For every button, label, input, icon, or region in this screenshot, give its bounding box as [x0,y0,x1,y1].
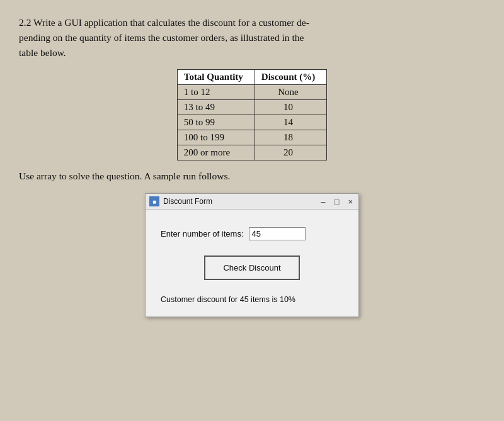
button-row: Check Discount [161,255,343,280]
check-discount-button[interactable]: Check Discount [204,255,299,280]
input-row: Enter number of items: [161,227,343,240]
table-header-quantity: Total Quantity [177,70,255,85]
table-header-discount: Discount (%) [255,70,326,85]
input-label: Enter number of items: [161,229,244,239]
window-titlebar: ■ Discount Form – □ × [146,194,358,210]
window-controls: – □ × [319,198,355,206]
description: 2.2 Write a GUI application that calcula… [19,15,485,60]
desc-line3: table below. [19,47,66,58]
items-input[interactable] [249,227,306,240]
window-wrapper: ■ Discount Form – □ × Enter number of it… [19,193,485,317]
table-row: 100 to 19918 [177,130,326,145]
close-button[interactable]: × [346,198,355,206]
table-row: 200 or more20 [177,145,326,160]
window-body: Enter number of items: Check Discount Cu… [146,210,358,317]
minimize-button[interactable]: – [319,198,327,206]
table-row: 50 to 9914 [177,115,326,130]
window-title: Discount Form [163,197,315,206]
table-wrapper: Total Quantity Discount (%) 1 to 12None1… [19,69,485,160]
sample-text: Use array to solve the question. A sampl… [19,171,485,182]
discount-table: Total Quantity Discount (%) 1 to 12None1… [177,69,327,160]
app-window: ■ Discount Form – □ × Enter number of it… [145,193,359,317]
app-icon: ■ [149,196,159,206]
desc-line1: 2.2 Write a GUI application that calcula… [19,17,309,28]
table-row: 13 to 4910 [177,100,326,115]
desc-line2: pending on the quantity of items the cus… [19,32,304,43]
table-row: 1 to 12None [177,85,326,100]
maximize-button[interactable]: □ [333,198,341,206]
result-text: Customer discount for 45 items is 10% [161,295,343,304]
